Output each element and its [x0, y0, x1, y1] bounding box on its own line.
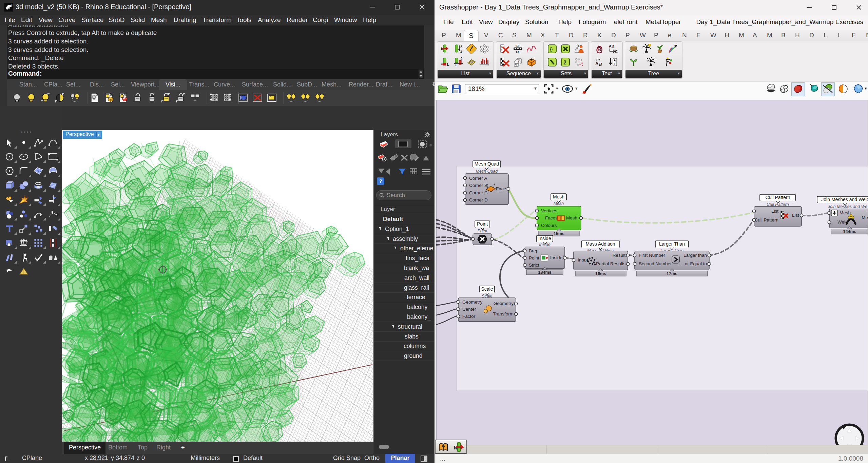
svg-text:List: List [792, 213, 799, 218]
svg-text:N: N [454, 446, 457, 450]
svg-text:Mesh: Mesh [566, 215, 577, 220]
svg-text:AB: AB [609, 44, 614, 48]
svg-text:Factor: Factor [462, 314, 476, 319]
svg-text:... or Equal to: ... or Equal to [680, 261, 707, 266]
svg-text:Face: Face [496, 186, 506, 191]
svg-text:Corner C: Corner C [469, 190, 488, 195]
svg-text:Z: Z [460, 50, 462, 53]
svg-text:Mesh Quad: Mesh Quad [475, 161, 499, 167]
svg-text:Geometry: Geometry [462, 300, 483, 305]
svg-text:Join Meshes and Weld: Join Meshes and Weld [821, 197, 868, 202]
svg-text:B: B [599, 62, 602, 67]
svg-text:First Number: First Number [639, 253, 666, 258]
svg-text:16ms: 16ms [595, 271, 606, 276]
svg-text:Point: Point [478, 229, 487, 233]
svg-text:Mesh: Mesh [553, 194, 564, 199]
svg-text:Corner B: Corner B [469, 183, 487, 188]
svg-text:Larger Than: Larger Than [659, 241, 685, 247]
svg-text:Center: Center [462, 307, 476, 312]
svg-text:2: 2 [501, 49, 503, 52]
svg-text:A: A [614, 59, 616, 62]
svg-text:Colours: Colours [541, 223, 557, 228]
svg-text:Geometry: Geometry [494, 301, 514, 306]
svg-text:Cull Pattern: Cull Pattern [754, 217, 778, 223]
svg-text:»: » [429, 142, 432, 147]
svg-text:List: List [771, 209, 778, 214]
svg-text:17ms: 17ms [667, 271, 677, 276]
svg-text:Cull Pattern: Cull Pattern [767, 202, 789, 207]
svg-text:Point: Point [529, 255, 539, 261]
svg-text:L: L [447, 62, 449, 66]
svg-text:Z: Z [614, 62, 616, 66]
svg-text:Corner A: Corner A [469, 176, 487, 181]
svg-text:184ms: 184ms [538, 270, 552, 275]
svg-text:2: 2 [563, 60, 566, 65]
svg-text:Transform: Transform [493, 311, 514, 316]
svg-text:Vertices: Vertices [541, 208, 557, 213]
svg-text:8: 8 [11, 3, 13, 6]
svg-text:Faces: Faces [545, 215, 558, 220]
svg-text:Inside: Inside [550, 255, 562, 260]
svg-text:Input: Input [578, 257, 588, 263]
svg-text:2: 2 [518, 60, 520, 63]
svg-text:Scale: Scale [481, 286, 493, 292]
svg-text:Second Number: Second Number [639, 261, 672, 266]
svg-text:Strict: Strict [529, 263, 539, 268]
svg-text:Result: Result [613, 253, 626, 258]
svg-text:15ms: 15ms [554, 231, 564, 236]
svg-text:B: B [597, 46, 601, 52]
svg-text:Corner D: Corner D [469, 197, 488, 202]
svg-text:Brep: Brep [529, 248, 539, 253]
svg-text:A: A [595, 61, 599, 66]
svg-text:C: C [615, 50, 618, 54]
svg-text:Inside: Inside [538, 236, 551, 241]
svg-text:Me: Me [862, 215, 868, 220]
svg-text:Mesh: Mesh [554, 201, 564, 206]
svg-text:Mesh Quad: Mesh Quad [476, 169, 498, 174]
svg-text:Mass Addition: Mass Addition [585, 241, 615, 247]
svg-text:Cull Pattern: Cull Pattern [765, 195, 790, 200]
svg-text:{·: {· [550, 46, 553, 52]
svg-text:Join Meshes and We: Join Meshes and We [828, 204, 868, 209]
svg-text:Mesh: Mesh [840, 210, 851, 215]
svg-text:Inside: Inside [539, 242, 550, 247]
svg-text:Point: Point [477, 221, 488, 227]
svg-text:2: 2 [461, 57, 463, 61]
svg-text:0.0: 0.0 [516, 44, 520, 47]
svg-text:144ms: 144ms [843, 229, 856, 234]
svg-text:Partial Results: Partial Results [596, 261, 625, 266]
svg-text:A: A [460, 45, 463, 48]
svg-text:1.0: 1.0 [516, 51, 520, 54]
svg-text:Larger than: Larger than [683, 253, 707, 258]
